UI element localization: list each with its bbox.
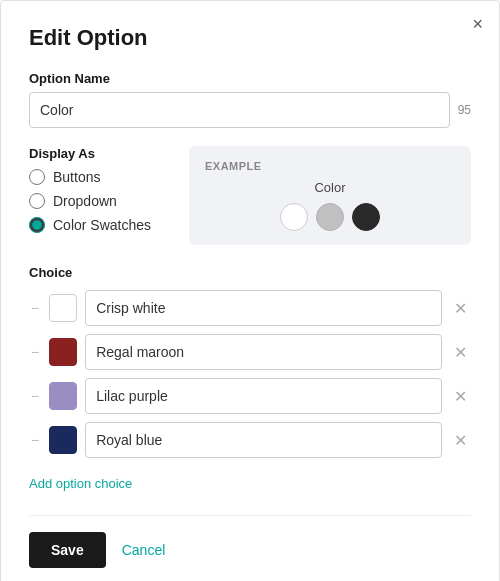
remove-btn-0[interactable]: ✕ xyxy=(450,297,471,320)
drag-handle-3[interactable]: − xyxy=(29,430,41,450)
display-section: Display As Buttons Dropdown Color Swatch… xyxy=(29,146,471,245)
example-title: Color xyxy=(314,180,345,195)
remove-btn-1[interactable]: ✕ xyxy=(450,341,471,364)
char-count: 95 xyxy=(458,103,471,117)
option-name-input[interactable] xyxy=(29,92,450,128)
example-box: EXAMPLE Color xyxy=(189,146,471,245)
choice-input-2[interactable] xyxy=(85,378,442,414)
close-button[interactable]: × xyxy=(472,15,483,33)
choice-input-3[interactable] xyxy=(85,422,442,458)
choice-row-3: − ✕ xyxy=(29,422,471,458)
add-choice-button[interactable]: Add option choice xyxy=(29,476,132,491)
color-swatch-btn-0[interactable] xyxy=(49,294,77,322)
choice-row-2: − ✕ xyxy=(29,378,471,414)
dialog-title: Edit Option xyxy=(29,25,471,51)
radio-buttons-label: Buttons xyxy=(53,169,100,185)
example-section-label: EXAMPLE xyxy=(205,160,262,172)
choice-input-0[interactable] xyxy=(85,290,442,326)
display-options: Display As Buttons Dropdown Color Swatch… xyxy=(29,146,169,245)
choice-input-1[interactable] xyxy=(85,334,442,370)
choice-label: Choice xyxy=(29,265,471,280)
save-button[interactable]: Save xyxy=(29,532,106,568)
footer: Save Cancel xyxy=(29,515,471,568)
example-preview: Color xyxy=(205,180,455,231)
color-swatch-btn-2[interactable] xyxy=(49,382,77,410)
example-swatch-1 xyxy=(316,203,344,231)
display-as-label: Display As xyxy=(29,146,169,161)
remove-btn-2[interactable]: ✕ xyxy=(450,385,471,408)
radio-buttons[interactable]: Buttons xyxy=(29,169,169,185)
example-swatch-row xyxy=(280,203,380,231)
cancel-button[interactable]: Cancel xyxy=(122,542,166,558)
choice-section: Choice − ✕ − ✕ − ✕ − ✕ xyxy=(29,265,471,458)
color-swatch-btn-3[interactable] xyxy=(49,426,77,454)
drag-handle-0[interactable]: − xyxy=(29,298,41,318)
radio-color-swatches-label: Color Swatches xyxy=(53,217,151,233)
drag-handle-1[interactable]: − xyxy=(29,342,41,362)
radio-dropdown-input[interactable] xyxy=(29,193,45,209)
radio-color-swatches-input[interactable] xyxy=(29,217,45,233)
option-name-row: 95 xyxy=(29,92,471,128)
remove-btn-3[interactable]: ✕ xyxy=(450,429,471,452)
choice-row-0: − ✕ xyxy=(29,290,471,326)
radio-buttons-input[interactable] xyxy=(29,169,45,185)
option-name-label: Option Name xyxy=(29,71,471,86)
color-swatch-btn-1[interactable] xyxy=(49,338,77,366)
example-swatch-0 xyxy=(280,203,308,231)
radio-dropdown[interactable]: Dropdown xyxy=(29,193,169,209)
drag-handle-2[interactable]: − xyxy=(29,386,41,406)
example-swatch-2 xyxy=(352,203,380,231)
radio-color-swatches[interactable]: Color Swatches xyxy=(29,217,169,233)
choice-row-1: − ✕ xyxy=(29,334,471,370)
edit-option-dialog: × Edit Option Option Name 95 Display As … xyxy=(0,0,500,581)
radio-dropdown-label: Dropdown xyxy=(53,193,117,209)
